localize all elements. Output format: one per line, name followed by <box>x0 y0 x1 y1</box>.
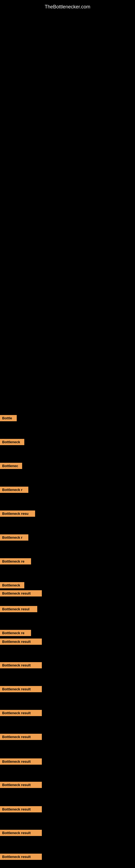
bottleneck-result-item: Bottleneck result <box>0 854 42 860</box>
bottleneck-result-item: Bottleneck result <box>0 806 42 812</box>
bottleneck-result-item: Bottleneck result <box>0 782 42 788</box>
bottleneck-result-item: Bottleneck result <box>0 710 42 716</box>
bottleneck-result-item: Bottlenec <box>0 463 22 469</box>
bottleneck-result-item: Bottleneck result <box>0 830 42 836</box>
bottleneck-result-item: Bottleneck resul <box>0 606 37 612</box>
bottleneck-result-item: Bottleneck r <box>0 487 28 493</box>
bottleneck-result-item: Bottleneck result <box>0 686 42 692</box>
bottleneck-result-item: Bottleneck result <box>0 639 42 645</box>
bottleneck-result-item: Bottleneck r <box>0 534 28 540</box>
bottleneck-result-item: Bottleneck <box>0 439 24 445</box>
bottleneck-result-item: Bottleneck re <box>0 558 31 564</box>
bottleneck-result-item: Bottle <box>0 415 17 421</box>
bottleneck-result-item: Bottleneck result <box>0 734 42 740</box>
bottleneck-result-item: Bottleneck result <box>0 662 42 669</box>
bottleneck-result-item: Bottleneck <box>0 582 24 588</box>
bottleneck-result-item: Bottleneck resu <box>0 510 35 517</box>
bottleneck-result-item: Bottleneck re <box>0 630 31 636</box>
site-title: TheBottlenecker.com <box>0 1 135 12</box>
bottleneck-result-item: Bottleneck result <box>0 590 42 596</box>
bottleneck-result-item: Bottleneck result <box>0 758 42 765</box>
